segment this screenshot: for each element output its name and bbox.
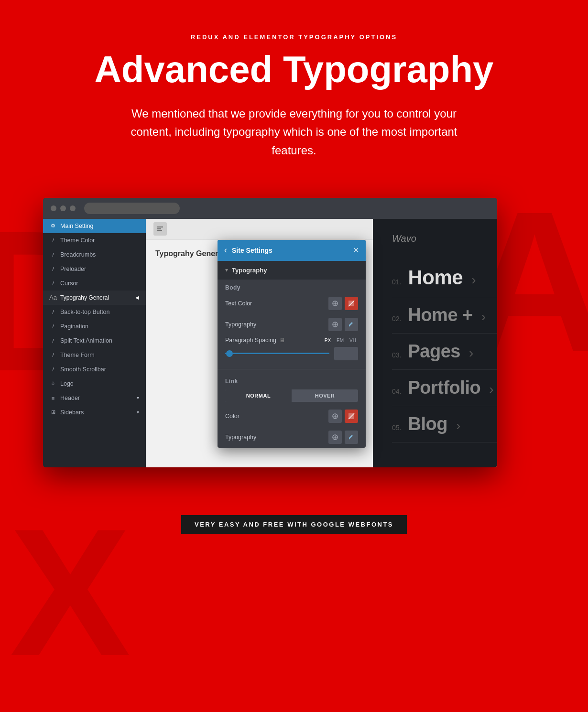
- modal-typography-row: Typography: [218, 314, 366, 335]
- modal-link-label: Link: [218, 373, 366, 387]
- sidebar-item-label: Theme Color: [60, 237, 95, 244]
- browser-window: ⚙ Main Setting / Theme Color / Breadcrum…: [43, 198, 497, 467]
- collapse-icon[interactable]: ▾: [225, 267, 228, 273]
- sidebar-item-header[interactable]: ≡ Header ▾: [43, 391, 146, 405]
- gear-icon: ⚙: [50, 223, 56, 229]
- sidebar-item-breadcrumbs[interactable]: / Breadcrumbs: [43, 248, 146, 262]
- nav-label-blog[interactable]: Blog: [408, 414, 447, 434]
- modal-close-button[interactable]: ✕: [353, 246, 359, 255]
- nav-num-4: 04.: [392, 388, 401, 395]
- nav-num-5: 05.: [392, 424, 401, 432]
- nav-logo: Wavo: [392, 233, 497, 244]
- sidebar-item-label: Cursor: [60, 280, 78, 287]
- modal-title: Site Settings: [232, 247, 272, 254]
- browser-bar: [43, 198, 497, 219]
- typography-global-button[interactable]: [328, 318, 342, 331]
- nav-arrow-2: ›: [481, 309, 486, 324]
- sidebar: ⚙ Main Setting / Theme Color / Breadcrum…: [43, 219, 146, 467]
- sidebar-item-main-setting[interactable]: ⚙ Main Setting: [43, 219, 146, 233]
- sidebar-item-sidebars[interactable]: ⊞ Sidebars ▾: [43, 405, 146, 420]
- screenshot-wrapper: ⚙ Main Setting / Theme Color / Breadcrum…: [43, 198, 545, 467]
- color-picker-button-2[interactable]: [345, 410, 358, 423]
- nav-label-home-plus[interactable]: Home +: [408, 305, 472, 325]
- unit-px-button[interactable]: PX: [323, 337, 333, 344]
- monitor-icon: 🖥: [279, 337, 285, 344]
- nav-num-1: 01.: [392, 278, 401, 286]
- modal-body-label: Body: [218, 280, 366, 293]
- modal-header-left: ‹ Site Settings: [224, 245, 272, 255]
- nav-item-home-plus: 02. Home + ›: [392, 297, 497, 334]
- sidebar-item-cursor[interactable]: / Cursor: [43, 276, 146, 291]
- slash-icon-4: /: [50, 280, 56, 287]
- header-section: REDUX AND ELEMENTOR TYPOGRAPHY OPTIONS A…: [0, 0, 588, 183]
- modal-back-button[interactable]: ‹: [224, 245, 227, 255]
- nav-label-portfolio[interactable]: Portfolio: [408, 378, 480, 398]
- sidebar-item-theme-form[interactable]: / Theme Form: [43, 348, 146, 362]
- text-color-controls: [328, 297, 358, 310]
- sidebar-item-back-to-top[interactable]: / Back-to-top Button: [43, 305, 146, 319]
- description: We mentioned that we provide everything …: [122, 105, 466, 160]
- modal-header: ‹ Site Settings ✕: [218, 240, 366, 261]
- range-input-box[interactable]: [334, 347, 358, 360]
- paragraph-spacing-text: Paragraph Spacing: [225, 337, 276, 344]
- modal-section-header: ▾ Typography: [218, 261, 366, 280]
- unit-em-button[interactable]: EM: [335, 337, 346, 344]
- star-icon: ☆: [50, 380, 56, 387]
- sidebar-arrow: ◀: [135, 295, 139, 300]
- main-title: Advanced Typography: [48, 49, 540, 90]
- color-label: Color: [225, 413, 240, 420]
- global-icon-button[interactable]: [328, 297, 342, 310]
- nav-label-pages[interactable]: Pages: [408, 341, 460, 362]
- slash-icon-1: /: [50, 237, 56, 244]
- paragraph-spacing-label: Paragraph Spacing 🖥: [225, 337, 285, 344]
- sidebar-item-label: Sidebars: [60, 409, 84, 416]
- sidebar-item-label: Preloader: [60, 266, 86, 272]
- text-color-label: Text Color: [225, 300, 252, 307]
- sidebar-item-theme-color[interactable]: / Theme Color: [43, 233, 146, 248]
- main-content: Sa Typograhy General ‹ Site Settings ✕: [146, 219, 497, 467]
- modal-text-color-row: Text Color: [218, 293, 366, 314]
- range-thumb: [226, 350, 233, 357]
- sidebar-item-pagination[interactable]: / Pagination: [43, 319, 146, 334]
- sidebar-item-label: Main Setting: [60, 223, 93, 229]
- nav-label-home[interactable]: Home: [408, 266, 463, 289]
- range-container: [225, 347, 358, 360]
- typography-edit-button-2[interactable]: [345, 431, 358, 444]
- typography-edit-button[interactable]: [345, 318, 358, 331]
- slash-icon-3: /: [50, 266, 56, 272]
- sidebar-item-smooth-scrollbar[interactable]: / Smooth Scrollbar: [43, 362, 146, 377]
- modal-color-row: Color: [218, 406, 366, 427]
- color-picker-button[interactable]: [345, 297, 358, 310]
- nav-item-pages: 03. Pages ›: [392, 334, 497, 370]
- sidebar-item-typography-general[interactable]: Aa Typograhy General ◀: [43, 291, 146, 305]
- nav-preview: Wavo 01. Home › 02. Home + ›: [373, 219, 497, 467]
- slash-icon-6: /: [50, 323, 56, 330]
- unit-vh-button[interactable]: VH: [348, 337, 358, 344]
- sidebar-item-preloader[interactable]: / Preloader: [43, 262, 146, 276]
- slash-icon-5: /: [50, 309, 56, 315]
- sidebar-item-logo[interactable]: ☆ Logo: [43, 377, 146, 391]
- typography-icon: Aa: [50, 294, 56, 301]
- modal-body: ▾ Typography Body Text Color: [218, 261, 366, 448]
- typography-controls: [328, 318, 358, 331]
- range-slider[interactable]: [225, 353, 329, 354]
- typography-global-button-2[interactable]: [328, 431, 342, 444]
- tab-hover[interactable]: HOVER: [292, 389, 358, 402]
- typography-label-2: Typography: [225, 434, 256, 441]
- toolbar-icon[interactable]: [153, 222, 167, 236]
- browser-url-bar: [84, 203, 180, 214]
- nav-item-portfolio: 04. Portfolio ›: [392, 370, 497, 406]
- nav-num-3: 03.: [392, 351, 401, 359]
- tab-normal[interactable]: NORMAL: [225, 389, 292, 402]
- footer-section: VERY EASY AND FREE WITH GOOGLE WEBFONTS: [0, 506, 588, 562]
- nav-arrow-4: ›: [489, 382, 493, 397]
- slash-icon-9: /: [50, 366, 56, 373]
- color-global-button[interactable]: [328, 410, 342, 423]
- sidebar-item-label: Logo: [60, 380, 74, 387]
- sidebar-item-label: Header: [60, 395, 80, 401]
- nav-item-blog: 05. Blog ›: [392, 406, 497, 442]
- sidebar-item-label: Typograhy General: [60, 294, 109, 301]
- modal-section-title: Typography: [232, 267, 267, 274]
- modal-divider: [218, 369, 366, 369]
- sidebar-item-split-text[interactable]: / Split Text Animation: [43, 334, 146, 348]
